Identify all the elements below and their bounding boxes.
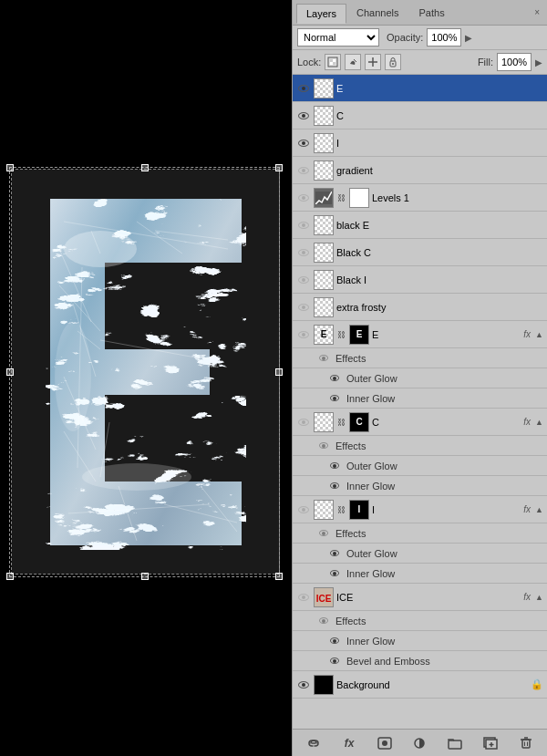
tab-layers[interactable]: Layers — [296, 4, 346, 24]
eye-icon-C[interactable] — [296, 109, 311, 123]
eye-icon-effects-C[interactable] — [318, 440, 329, 451]
eye-icon-I-text[interactable] — [296, 502, 311, 517]
bevel-emboss-label-ICE: Bevel and Emboss — [346, 656, 430, 667]
fill-arrow[interactable]: ▶ — [535, 57, 542, 67]
layer-item-C[interactable]: C — [293, 102, 547, 129]
layer-item-I[interactable]: I — [293, 129, 547, 157]
tab-channels[interactable]: Channels — [346, 3, 408, 23]
layer-item-extra-frosty[interactable]: extra frosty — [293, 294, 547, 321]
layer-link-levels1: ⛓ — [337, 193, 346, 202]
layer-link-E-text: ⛓ — [337, 330, 346, 339]
layers-list[interactable]: E C I gradient — [293, 75, 547, 729]
layer-thumb-black-I — [314, 270, 334, 290]
eye-icon-bevel-emboss-ICE[interactable] — [329, 656, 340, 667]
sub-outer-glow-E[interactable]: Outer Glow — [293, 368, 547, 388]
lock-transparent-button[interactable] — [325, 54, 341, 70]
layer-item-black-I[interactable]: Black I — [293, 266, 547, 294]
eye-icon-background[interactable] — [296, 678, 311, 692]
eye-icon-outer-glow-C[interactable] — [329, 461, 340, 471]
expand-arrow-I[interactable]: ▲ — [535, 505, 543, 514]
layer-item-levels1[interactable]: ⛓ Levels 1 — [293, 184, 547, 212]
svg-rect-37 — [449, 740, 461, 749]
sub-outer-glow-C[interactable]: Outer Glow — [293, 456, 547, 476]
tab-paths[interactable]: Paths — [409, 3, 455, 23]
sub-bevel-emboss-ICE[interactable]: Bevel and Emboss — [293, 651, 547, 671]
effects-label-C: Effects — [332, 440, 366, 451]
eye-icon-C-text[interactable] — [296, 415, 311, 430]
sub-effects-label-I: Effects — [293, 523, 547, 544]
layer-thumb-E-text: E — [314, 325, 334, 345]
layer-thumb-black-C — [314, 243, 334, 263]
link-layers-button[interactable] — [303, 734, 325, 752]
sub-outer-glow-I[interactable]: Outer Glow — [293, 544, 547, 564]
new-layer-button[interactable] — [480, 734, 501, 752]
layer-name-gradient: gradient — [336, 165, 543, 176]
layer-item-E[interactable]: E — [293, 75, 547, 102]
layer-name-black-C: Black C — [336, 247, 543, 258]
layer-item-black-C[interactable]: Black C — [293, 239, 547, 266]
layer-thumb-I-text — [314, 500, 334, 520]
svg-point-17 — [64, 231, 137, 267]
layer-thumb-levels1 — [314, 188, 334, 208]
layer-thumb-black-E — [314, 215, 334, 235]
layer-name-I-text: I — [372, 504, 521, 515]
eye-icon-inner-glow-C[interactable] — [329, 481, 340, 492]
eye-icon-inner-glow-E[interactable] — [329, 393, 340, 404]
expand-arrow-E[interactable]: ▲ — [535, 330, 543, 339]
eye-icon-effects-ICE[interactable] — [318, 616, 329, 627]
layer-item-gradient[interactable]: gradient — [293, 157, 547, 184]
fx-button[interactable]: fx — [338, 734, 360, 752]
expand-arrow-C[interactable]: ▲ — [535, 418, 543, 427]
layer-thumb-extra-frosty — [314, 297, 334, 317]
delete-layer-button[interactable] — [515, 734, 537, 752]
fill-input[interactable] — [497, 53, 532, 71]
opacity-arrow[interactable]: ▶ — [465, 33, 472, 43]
eye-icon-black-I[interactable] — [296, 273, 311, 287]
add-mask-button[interactable] — [374, 734, 396, 752]
eye-icon-effects-E[interactable] — [318, 353, 329, 364]
new-adjustment-button[interactable] — [408, 734, 430, 752]
fx-badge-C-text: fx — [523, 417, 531, 427]
panel-tabs: Layers Channels Paths × — [293, 0, 547, 26]
eye-icon-extra-frosty[interactable] — [296, 300, 311, 315]
svg-rect-21 — [330, 59, 333, 62]
layer-item-black-E[interactable]: black E — [293, 212, 547, 239]
lock-paint-button[interactable] — [345, 54, 361, 70]
eye-icon-black-E[interactable] — [296, 218, 311, 233]
layer-item-E-text[interactable]: E ⛓ E E fx ▲ — [293, 321, 547, 348]
eye-icon-levels1[interactable] — [296, 191, 311, 205]
layer-item-I-text[interactable]: ⛓ I I fx ▲ — [293, 496, 547, 523]
layer-name-levels1: Levels 1 — [372, 192, 543, 203]
eye-icon-I[interactable] — [296, 136, 311, 150]
layer-item-C-text[interactable]: ⛓ C C fx ▲ — [293, 409, 547, 436]
eye-icon-inner-glow-ICE[interactable] — [329, 636, 340, 647]
eye-icon-ICE[interactable] — [296, 590, 311, 605]
eye-icon-gradient[interactable] — [296, 163, 311, 178]
eye-icon-outer-glow-E[interactable] — [329, 373, 340, 384]
sub-inner-glow-C[interactable]: Inner Glow — [293, 476, 547, 496]
eye-icon-E-text[interactable] — [296, 327, 311, 342]
layer-name-black-I: Black I — [336, 274, 543, 285]
layer-item-ICE[interactable]: ICE ICE fx ▲ — [293, 584, 547, 611]
blend-mode-select[interactable]: Normal Dissolve Multiply Screen Overlay — [297, 28, 379, 47]
sub-inner-glow-ICE[interactable]: Inner Glow — [293, 631, 547, 651]
eye-icon-E[interactable] — [296, 81, 311, 96]
new-group-button[interactable] — [444, 734, 466, 752]
expand-arrow-ICE[interactable]: ▲ — [535, 593, 543, 602]
layer-thumb-I — [314, 133, 334, 153]
lock-all-icon — [387, 57, 398, 67]
fx-badge-E-text: fx — [523, 329, 531, 339]
lock-position-button[interactable] — [365, 54, 381, 70]
eye-icon-black-C[interactable] — [296, 245, 311, 260]
sub-inner-glow-I[interactable]: Inner Glow — [293, 564, 547, 584]
lock-all-button[interactable] — [385, 54, 401, 70]
opacity-input[interactable] — [427, 28, 461, 47]
eye-icon-effects-I[interactable] — [318, 528, 329, 539]
panel-close-button[interactable]: × — [531, 5, 543, 19]
sub-inner-glow-E[interactable]: Inner Glow — [293, 388, 547, 409]
eye-icon-inner-glow-I[interactable] — [329, 568, 340, 579]
lock-row: Lock: — [293, 50, 547, 75]
svg-point-19 — [55, 322, 91, 431]
eye-icon-outer-glow-I[interactable] — [329, 548, 340, 559]
layer-item-background[interactable]: Background 🔒 — [293, 671, 547, 699]
